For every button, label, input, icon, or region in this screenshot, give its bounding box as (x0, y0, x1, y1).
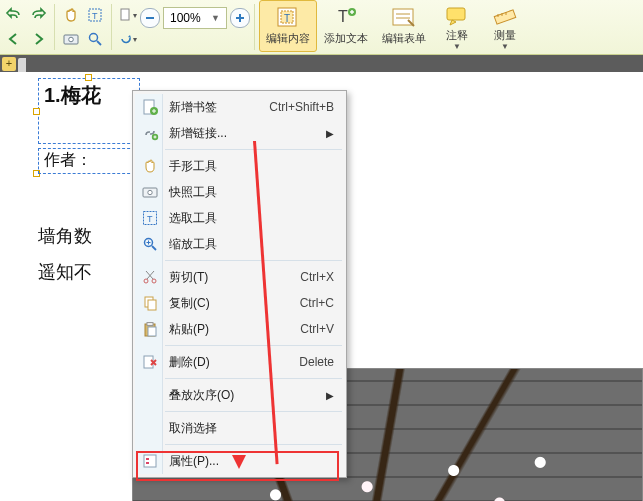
doc-title: 1.梅花 (44, 82, 101, 109)
menu-label: 新增书签 (169, 99, 217, 116)
doc-line-2: 遥知不 (38, 260, 92, 284)
select-text-icon: T (141, 209, 159, 227)
svg-rect-56 (146, 462, 149, 464)
menu-label: 选取工具 (169, 210, 217, 227)
fit-page-dropdown[interactable]: ▾ (116, 4, 140, 26)
snapshot-tool-button[interactable] (59, 28, 83, 50)
svg-rect-50 (148, 327, 156, 336)
edit-content-icon: T (274, 4, 302, 30)
menu-zoom-tool[interactable]: 缩放工具 (135, 231, 344, 257)
annotate-button[interactable]: 注释 ▼ (433, 0, 481, 52)
menu-paste[interactable]: 粘贴(P) Ctrl+V (135, 316, 344, 342)
menu-hand-tool[interactable]: 手形工具 (135, 153, 344, 179)
menu-label: 快照工具 (169, 184, 217, 201)
cut-icon (141, 268, 159, 286)
camera-icon (141, 183, 159, 201)
svg-line-44 (147, 271, 154, 279)
menu-label: 剪切(T) (169, 269, 208, 286)
svg-line-5 (97, 41, 101, 45)
redo-button[interactable] (26, 4, 50, 26)
edit-content-label: 编辑内容 (266, 31, 310, 46)
zoom-tool-button[interactable] (83, 28, 107, 50)
svg-text:T: T (284, 13, 290, 24)
menu-label: 复制(C) (169, 295, 210, 312)
copy-icon (141, 294, 159, 312)
resize-handle[interactable] (85, 74, 92, 81)
add-text-button[interactable]: T 添加文本 (317, 0, 375, 52)
menu-label: 叠放次序(O) (169, 387, 234, 404)
menu-add-link[interactable]: 新增链接... ▶ (135, 120, 344, 146)
menu-shortcut: Ctrl+C (300, 296, 334, 310)
zoom-icon (141, 235, 159, 253)
menu-cut[interactable]: 剪切(T) Ctrl+X (135, 264, 344, 290)
next-view-button[interactable] (26, 28, 50, 50)
menu-label: 新增链接... (169, 125, 227, 142)
doc-author: 作者： (44, 150, 92, 171)
paste-icon (141, 320, 159, 338)
ribbon-toolbar: T ▾ ▾ 100% ▼ (0, 0, 643, 55)
svg-rect-54 (144, 455, 156, 467)
menu-shortcut: Ctrl+Shift+B (269, 100, 334, 114)
measure-button[interactable]: 测量 ▼ (481, 0, 529, 52)
menu-label: 取消选择 (169, 420, 217, 437)
svg-point-35 (148, 190, 152, 194)
zoom-level-select[interactable]: 100% ▼ (163, 7, 227, 29)
hand-icon (141, 157, 159, 175)
menu-label: 删除(D) (169, 354, 210, 371)
add-text-label: 添加文本 (324, 31, 368, 46)
add-tab-button[interactable]: + (2, 57, 16, 71)
select-tool-button[interactable]: T (83, 4, 107, 26)
add-text-icon: T (332, 4, 360, 30)
svg-text:▾: ▾ (133, 35, 137, 44)
menu-shortcut: Delete (299, 355, 334, 369)
svg-point-4 (90, 34, 98, 42)
context-menu: 新增书签 Ctrl+Shift+B 新增链接... ▶ 手形工具 快照工具 T … (132, 90, 347, 478)
annotate-icon (443, 4, 471, 27)
svg-point-42 (144, 279, 148, 283)
svg-point-1 (69, 37, 74, 42)
svg-rect-47 (148, 300, 156, 310)
chevron-down-icon: ▼ (453, 42, 461, 51)
menu-label: 属性(P)... (169, 453, 219, 470)
svg-text:T: T (147, 214, 153, 224)
menu-deselect[interactable]: 取消选择 (135, 415, 344, 441)
annotate-label: 注释 (446, 28, 468, 43)
menu-properties[interactable]: 属性(P)... (135, 448, 344, 474)
zoom-in-button[interactable] (230, 8, 250, 28)
hand-tool-button[interactable] (59, 4, 83, 26)
svg-text:▾: ▾ (133, 11, 137, 20)
previous-view-button[interactable] (2, 28, 26, 50)
doc-line-1: 墙角数 (38, 224, 92, 248)
svg-rect-6 (121, 9, 129, 20)
menu-select-tool[interactable]: T 选取工具 (135, 205, 344, 231)
menu-copy[interactable]: 复制(C) Ctrl+C (135, 290, 344, 316)
menu-delete[interactable]: 删除(D) Delete (135, 349, 344, 375)
svg-rect-55 (146, 458, 149, 460)
menu-z-order[interactable]: 叠放次序(O) ▶ (135, 382, 344, 408)
svg-rect-23 (494, 9, 516, 23)
zoom-out-button[interactable] (140, 8, 160, 28)
svg-text:T: T (92, 11, 98, 21)
document-tab[interactable] (18, 58, 26, 72)
menu-snapshot-tool[interactable]: 快照工具 (135, 179, 344, 205)
menu-label: 手形工具 (169, 158, 217, 175)
menu-add-bookmark[interactable]: 新增书签 Ctrl+Shift+B (135, 94, 344, 120)
bookmark-add-icon (141, 98, 159, 116)
tab-strip: + (0, 55, 643, 72)
chevron-down-icon: ▼ (501, 42, 509, 51)
undo-button[interactable] (2, 4, 26, 26)
edit-content-button[interactable]: T 编辑内容 (259, 0, 317, 52)
svg-rect-49 (147, 323, 153, 326)
chevron-down-icon: ▼ (211, 13, 220, 23)
edit-form-button[interactable]: 编辑表单 (375, 0, 433, 52)
submenu-arrow-icon: ▶ (326, 390, 334, 401)
resize-handle[interactable] (33, 108, 40, 115)
svg-line-45 (146, 271, 153, 279)
menu-label: 缩放工具 (169, 236, 217, 253)
zoom-level-value: 100% (170, 11, 201, 25)
rotate-view-dropdown[interactable]: ▾ (116, 28, 140, 50)
delete-icon (141, 353, 159, 371)
svg-point-43 (152, 279, 156, 283)
svg-line-39 (152, 246, 156, 250)
measure-icon (491, 4, 519, 27)
